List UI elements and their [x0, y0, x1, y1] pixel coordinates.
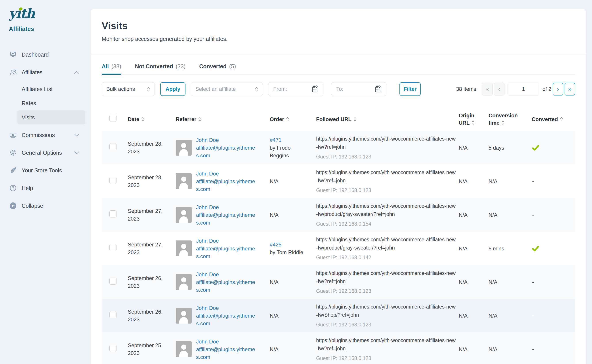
row-checkbox[interactable] [110, 345, 117, 352]
sidebar-item-commissions[interactable]: Commissions [0, 126, 91, 144]
followed-url-cell: https://plugins.yithemes.com/yith-woocom… [316, 236, 459, 261]
affiliate-name-link[interactable]: John Doe [196, 203, 257, 211]
items-count: 38 items [456, 86, 476, 92]
affiliate-email-link[interactable]: affiliate@plugins.yithemes.com [196, 177, 257, 193]
converted-cell: - [532, 312, 575, 319]
tab-converted[interactable]: Converted (5) [199, 63, 236, 75]
affiliate-email-link[interactable]: affiliate@plugins.yithemes.com [196, 211, 257, 227]
column-header-referrer[interactable]: Referrer [176, 116, 270, 123]
tab-count: (38) [111, 63, 121, 70]
affiliate-name-link[interactable]: John Doe [196, 338, 257, 345]
table-row: September 28, 2023 John Doe affiliate@pl… [102, 164, 575, 198]
followed-url-cell: https://plugins.yithemes.com/yith-woocom… [316, 303, 459, 329]
affiliate-name-link[interactable]: John Doe [196, 170, 257, 177]
converted-cell: - [532, 278, 575, 286]
sidebar-item-general-options[interactable]: General Options [0, 144, 91, 162]
affiliate-name-link[interactable]: John Doe [196, 136, 257, 144]
converted-check-icon [532, 145, 539, 151]
sort-icon [472, 120, 475, 125]
tab-not-converted[interactable]: Not Converted (33) [135, 63, 185, 75]
column-header-followed-url[interactable]: Followed URL [316, 116, 459, 123]
row-checkbox[interactable] [110, 311, 117, 318]
last-page-button[interactable]: » [565, 83, 575, 96]
date-to-field[interactable] [331, 82, 386, 96]
order-na: N/A [270, 178, 279, 184]
gear-icon [9, 149, 17, 157]
affiliate-email-link[interactable]: affiliate@plugins.yithemes.com [196, 312, 257, 327]
visits-table: Date Referrer Order Followed URL Origin … [102, 107, 575, 364]
sidebar-item-affiliates[interactable]: Affiliates [0, 63, 91, 81]
sort-icon [286, 117, 289, 122]
column-header-converted[interactable]: Converted [532, 116, 575, 123]
affiliate-name-link[interactable]: John Doe [196, 271, 257, 278]
current-page-input[interactable] [507, 83, 539, 96]
order-customer: by Tom Riddle [270, 249, 303, 255]
visit-date: September 27, 2023 [128, 207, 176, 222]
referrer-cell: John Doe affiliate@plugins.yithemes.com [176, 237, 270, 260]
converted-dash: - [532, 279, 534, 285]
table-body: September 28, 2023 John Doe affiliate@pl… [102, 131, 575, 364]
affiliate-email-link[interactable]: affiliate@plugins.yithemes.com [196, 345, 257, 361]
order-na: N/A [270, 346, 279, 352]
converted-cell: - [532, 177, 575, 185]
order-link[interactable]: #425 [270, 241, 305, 248]
sidebar-item-affiliates-list[interactable]: Affiliates List [17, 82, 85, 96]
table-header-row: Date Referrer Order Followed URL Origin … [102, 107, 575, 131]
order-link[interactable]: #471 [270, 136, 305, 144]
toolbar: Bulk actions Apply Select an affiliate [102, 82, 575, 96]
affiliate-email-link[interactable]: affiliate@plugins.yithemes.com [196, 144, 257, 159]
table-row: September 28, 2023 John Doe affiliate@pl… [102, 131, 575, 164]
table-row: September 27, 2023 John Doe affiliate@pl… [102, 198, 575, 232]
row-checkbox[interactable] [110, 278, 117, 285]
affiliate-name-link[interactable]: John Doe [196, 304, 257, 312]
origin-url: N/A [459, 312, 488, 319]
select-all-checkbox[interactable] [110, 115, 117, 122]
guest-ip: Guest IP: 192.168.0.123 [316, 287, 455, 295]
affiliate-name-link[interactable]: John Doe [196, 237, 257, 245]
previous-page-button[interactable]: ‹ [494, 83, 504, 96]
rocket-icon [9, 166, 17, 175]
origin-url: N/A [459, 245, 488, 252]
converted-dash: - [532, 178, 534, 185]
column-header-order[interactable]: Order [270, 116, 316, 123]
users-icon [9, 68, 17, 77]
guest-ip: Guest IP: 192.168.0.123 [316, 355, 455, 362]
sidebar-item-collapse[interactable]: Collapse [0, 197, 91, 214]
affiliate-email-link[interactable]: affiliate@plugins.yithemes.com [196, 278, 257, 294]
pagination: 38 items « ‹ of 2 › » [456, 83, 575, 96]
followed-url: https://plugins.yithemes.com/yith-woocom… [316, 303, 456, 319]
first-page-button[interactable]: « [482, 83, 493, 96]
row-checkbox[interactable] [110, 244, 117, 251]
tab-count: (5) [229, 63, 236, 70]
row-checkbox[interactable] [110, 177, 117, 184]
calendar-icon[interactable] [374, 85, 382, 93]
affiliate-select[interactable]: Select an affiliate [191, 82, 263, 96]
avatar [176, 140, 192, 156]
column-header-origin-url[interactable]: Origin URL [459, 112, 488, 126]
sidebar-item-rates[interactable]: Rates [17, 96, 85, 110]
column-header-conversion-time[interactable]: Conversion time [488, 112, 532, 126]
tab-all[interactable]: All (38) [102, 63, 121, 75]
column-header-date[interactable]: Date [128, 116, 176, 123]
date-from-input[interactable] [273, 86, 311, 92]
sidebar-item-help[interactable]: Help [0, 179, 91, 197]
row-checkbox[interactable] [110, 143, 117, 150]
referrer-cell: John Doe affiliate@plugins.yithemes.com [176, 271, 270, 294]
row-checkbox[interactable] [110, 210, 117, 217]
apply-button[interactable]: Apply [160, 82, 185, 96]
bulk-actions-select[interactable]: Bulk actions [102, 82, 155, 96]
next-page-button[interactable]: › [553, 83, 563, 96]
sidebar-item-dashboard[interactable]: Dashboard [0, 46, 91, 63]
conversion-time: N/A [488, 211, 532, 219]
conversion-time: 5 mins [488, 245, 532, 252]
sidebar-item-your-store-tools[interactable]: Your Store Tools [0, 162, 91, 179]
affiliate-email-link[interactable]: affiliate@plugins.yithemes.com [196, 245, 257, 260]
guest-ip: Guest IP: 192.168.0.123 [316, 153, 455, 161]
date-to-input[interactable] [336, 86, 374, 92]
filter-button[interactable]: Filter [399, 82, 421, 96]
sidebar-item-visits[interactable]: Visits [17, 110, 85, 124]
calendar-icon[interactable] [311, 85, 319, 93]
date-from-field[interactable] [268, 82, 323, 96]
yith-logo-text: yith [9, 6, 49, 21]
referrer-cell: John Doe affiliate@plugins.yithemes.com [176, 338, 270, 361]
